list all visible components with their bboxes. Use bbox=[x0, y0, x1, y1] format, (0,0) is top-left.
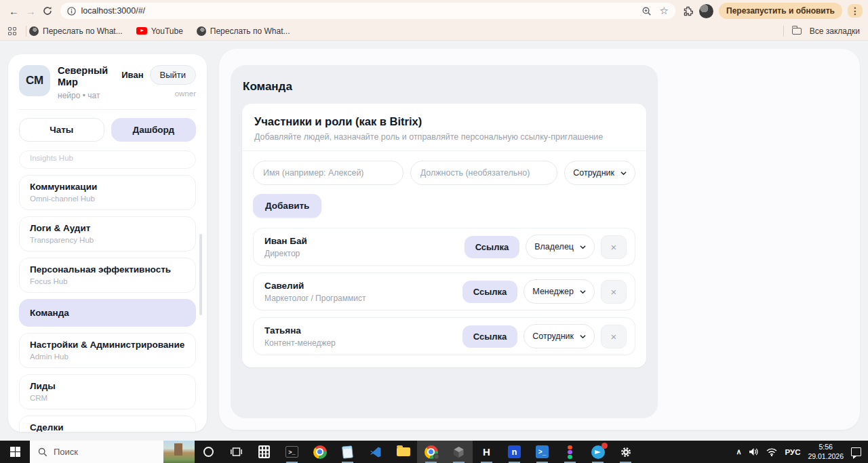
org-avatar: СМ bbox=[19, 65, 50, 96]
all-bookmarks-button[interactable]: Все закладки bbox=[792, 26, 860, 36]
sidebar-item-personal-effectiveness[interactable]: Персональная эффективность Focus Hub bbox=[19, 258, 196, 293]
globe-favicon bbox=[197, 26, 206, 36]
figma-button[interactable] bbox=[556, 441, 584, 463]
user-name: Иван bbox=[121, 70, 143, 80]
bookmark-whatsapp-1[interactable]: Переслать по What... bbox=[29, 26, 123, 36]
back-icon[interactable]: ← bbox=[5, 3, 22, 19]
tray-time: 5:56 bbox=[808, 443, 844, 452]
page-title: Команда bbox=[231, 65, 658, 94]
member-role-select[interactable]: Менеджер bbox=[524, 279, 595, 304]
language-indicator[interactable]: РУС bbox=[785, 448, 800, 456]
site-info-icon[interactable] bbox=[67, 7, 76, 16]
sidebar: СМ Северный Мир нейро • чат Иван Выйти o… bbox=[8, 54, 207, 432]
sidebar-item-leads[interactable]: Лиды CRM bbox=[19, 374, 196, 409]
file-explorer-button[interactable] bbox=[389, 441, 417, 463]
remove-member-button[interactable]: × bbox=[601, 235, 627, 259]
sidebar-item-logs-audit[interactable]: Логи & Аудит Transparency Hub bbox=[19, 216, 196, 251]
calculator-button[interactable] bbox=[250, 441, 278, 463]
h-app-button[interactable]: H bbox=[473, 441, 500, 463]
zoom-icon[interactable] bbox=[642, 6, 652, 16]
globe-favicon bbox=[29, 26, 39, 36]
member-row: Иван Бай Директор Ссылка Владелец × bbox=[253, 228, 635, 266]
browser-menu-icon[interactable]: ⋮ bbox=[848, 4, 863, 18]
task-view-button[interactable] bbox=[222, 441, 250, 463]
settings-button[interactable] bbox=[612, 441, 639, 463]
role-select[interactable]: Сотрудник bbox=[564, 161, 635, 185]
browser-toolbar: ← → localhost:3000/#/ ☆ Перезапустить и … bbox=[0, 0, 868, 22]
profile-avatar[interactable] bbox=[699, 4, 713, 18]
calculator-icon bbox=[258, 445, 270, 458]
chevron-down-icon bbox=[580, 244, 586, 250]
h-app-icon: H bbox=[483, 446, 490, 458]
address-bar[interactable]: localhost:3000/#/ ☆ bbox=[60, 3, 675, 19]
notification-badge bbox=[601, 443, 608, 449]
invite-link-button[interactable]: Ссылка bbox=[462, 281, 518, 303]
notion-button[interactable]: n bbox=[500, 441, 528, 463]
add-member-button[interactable]: Добавить bbox=[253, 194, 321, 218]
invite-link-button[interactable]: Ссылка bbox=[462, 325, 518, 348]
volume-icon[interactable] bbox=[749, 447, 759, 456]
tray-expand-icon[interactable]: ∧ bbox=[736, 447, 741, 456]
logout-button[interactable]: Выйти bbox=[150, 65, 197, 85]
tab-chats[interactable]: Чаты bbox=[19, 118, 104, 142]
member-role-select[interactable]: Владелец bbox=[526, 235, 595, 259]
sidebar-item-settings-admin[interactable]: Настройки & Администрирование Admin Hub bbox=[19, 333, 196, 368]
cortana-button[interactable] bbox=[195, 441, 222, 463]
user-role: owner bbox=[121, 89, 196, 98]
member-role-select[interactable]: Сотрудник bbox=[524, 324, 595, 348]
search-placeholder: Поиск bbox=[54, 447, 157, 457]
cube-3d-icon bbox=[453, 446, 465, 458]
tab-dashboard[interactable]: Дашборд bbox=[111, 118, 197, 142]
start-button[interactable] bbox=[0, 441, 30, 463]
url-text[interactable]: localhost:3000/#/ bbox=[81, 6, 642, 16]
chrome-button[interactable] bbox=[306, 441, 334, 463]
position-input[interactable] bbox=[410, 161, 558, 185]
bookmark-whatsapp-2[interactable]: Переслать по What... bbox=[197, 26, 290, 36]
remove-member-button[interactable]: × bbox=[601, 325, 627, 348]
gear-icon bbox=[620, 446, 632, 458]
invite-link-button[interactable]: Ссылка bbox=[465, 236, 520, 258]
sidebar-item-partial[interactable]: Insights Hub bbox=[19, 150, 196, 169]
vscode-icon bbox=[370, 446, 382, 458]
chevron-down-icon bbox=[620, 170, 627, 176]
bookmarks-bar: Переслать по What... YouTube Переслать п… bbox=[0, 22, 868, 41]
powershell-button[interactable]: >_ bbox=[528, 441, 556, 463]
card-subtitle: Добавляйте людей, назначайте роль и отпр… bbox=[254, 132, 634, 142]
extensions-icon[interactable] bbox=[682, 5, 694, 17]
vscode-button[interactable] bbox=[361, 441, 389, 463]
sidebar-item-deals[interactable]: Сделки CRM bbox=[19, 416, 196, 432]
bookmark-star-icon[interactable]: ☆ bbox=[660, 5, 669, 17]
sidebar-item-team[interactable]: Команда bbox=[19, 299, 196, 327]
org-name: Северный Мир bbox=[58, 65, 121, 89]
relaunch-update-button[interactable]: Перезапустить и обновить bbox=[719, 3, 842, 19]
clock[interactable]: 5:56 29.01.2026 bbox=[808, 443, 844, 461]
sidebar-item-communications[interactable]: Коммуникации Omni-channel Hub bbox=[19, 175, 196, 210]
taskbar-search[interactable]: Поиск bbox=[30, 441, 195, 463]
windows-logo-icon bbox=[10, 447, 20, 457]
terminal-button[interactable]: >_ bbox=[278, 441, 306, 463]
chrome-icon bbox=[313, 445, 327, 459]
chrome-profile-button[interactable] bbox=[417, 441, 445, 463]
name-input[interactable] bbox=[253, 161, 403, 185]
member-row: Савелий Маркетолог / Программист Ссылка … bbox=[253, 273, 635, 310]
powershell-icon: >_ bbox=[536, 445, 549, 458]
chevron-down-icon bbox=[580, 334, 586, 340]
member-position: Директор bbox=[264, 249, 307, 258]
wifi-icon[interactable] bbox=[766, 448, 777, 456]
remove-member-button[interactable]: × bbox=[601, 280, 627, 304]
cube-app-button[interactable] bbox=[445, 441, 473, 463]
app-page: СМ Северный Мир нейро • чат Иван Выйти o… bbox=[0, 41, 868, 441]
bookmark-youtube[interactable]: YouTube bbox=[136, 26, 183, 36]
windows-taskbar: Поиск >_ H n >_ ∧ РУС bbox=[0, 441, 868, 463]
member-position: Контент-менеджер bbox=[264, 338, 336, 348]
reload-icon[interactable] bbox=[39, 3, 56, 19]
search-highlight-image[interactable] bbox=[163, 441, 195, 463]
notepad-button[interactable] bbox=[334, 441, 361, 463]
card-title: Участники и роли (как в Bitrix) bbox=[254, 115, 634, 128]
forward-icon[interactable]: → bbox=[22, 3, 39, 19]
sidebar-scrollbar[interactable] bbox=[199, 234, 202, 315]
action-center-icon[interactable] bbox=[851, 447, 861, 456]
apps-grid-icon[interactable] bbox=[8, 27, 16, 35]
divider bbox=[19, 109, 196, 110]
telegram-button[interactable] bbox=[584, 441, 612, 463]
